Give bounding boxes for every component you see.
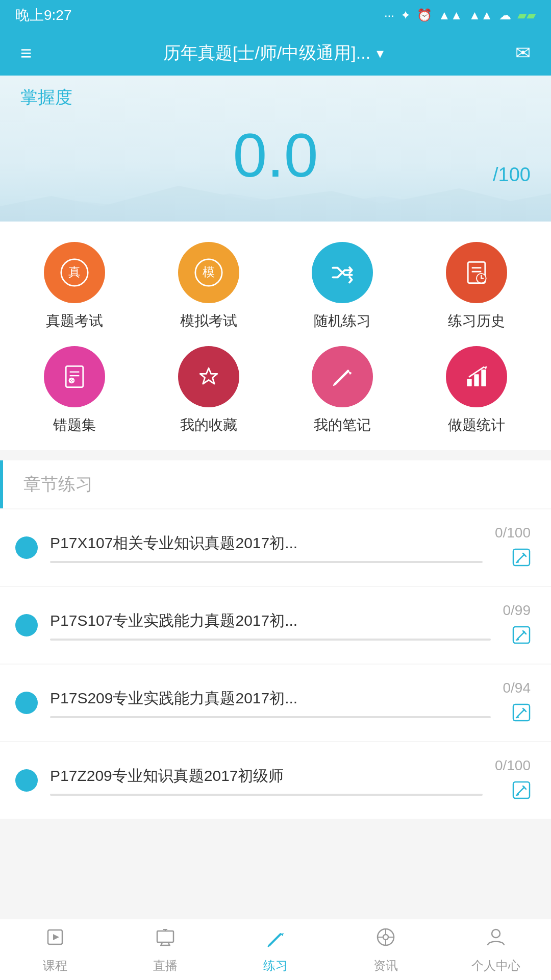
svg-line-27 [517,632,524,639]
list-item-title: P17S209专业实践能力真题2017初... [50,688,491,709]
profile-nav-icon [485,926,507,953]
mountain-background [0,181,551,222]
nav-item-news[interactable]: 资讯 [331,926,441,974]
chapter-header: 章节练习 [0,460,551,508]
alarm-icon: ⏰ [417,8,432,22]
list-item-item3[interactable]: P17S209专业实践能力真题2017初... 0/94 [0,665,551,741]
edit-icon[interactable] [512,626,531,648]
battery-icon: ▰▰ [517,8,536,22]
list-item-title: P17X107相关专业知识真题2017初... [50,533,483,554]
action-item-practice-history[interactable]: 练习历史 [412,242,541,331]
bottom-nav: 课程 直播 练习 资讯 个人中心 [0,919,551,980]
svg-line-46 [269,934,281,945]
svg-text:真: 真 [68,265,81,279]
list-progress-bar [50,794,483,796]
list-meta: 0/94 [503,680,531,726]
list-meta: 0/99 [503,602,531,648]
real-exam-label: 真题考试 [46,311,103,331]
nav-item-profile[interactable]: 个人中心 [441,926,551,974]
my-notes-label: 我的笔记 [314,415,371,435]
svg-rect-8 [66,366,83,387]
action-item-stats[interactable]: 做题统计 [412,346,541,435]
nav-item-live[interactable]: 直播 [110,926,220,974]
svg-line-31 [517,709,524,717]
chapter-title: 章节练习 [23,473,93,496]
action-item-error-collection[interactable]: 错题集 [10,346,139,435]
edit-icon[interactable] [512,548,531,571]
svg-text:模: 模 [203,265,215,279]
list-item-item1[interactable]: P17X107相关专业知识真题2017初... 0/100 [0,509,551,586]
svg-point-50 [383,935,388,940]
news-nav-icon [374,926,397,953]
list-meta: 0/100 [495,757,531,803]
action-item-random-practice[interactable]: 随机练习 [278,242,407,331]
action-item-my-notes[interactable]: 我的笔记 [278,346,407,435]
list-progress-bar [50,639,491,641]
svg-marker-14 [200,368,217,384]
error-collection-icon [44,346,105,407]
list-dot [15,614,38,636]
list-progress-bar [50,716,491,718]
bluetooth-icon: ✦ [400,8,411,22]
nav-item-practice[interactable]: 练习 [220,926,331,974]
practice-nav-icon [264,926,287,953]
header-title-text: 历年真题[士/师/中级通用]... [163,41,370,65]
nav-item-courses[interactable]: 课程 [0,926,110,974]
action-item-my-favorites[interactable]: 我的收藏 [144,346,273,435]
status-icons: ··· ✦ ⏰ ▲▲ ▲▲ ☁ ▰▰ [384,8,536,22]
live-nav-icon [154,926,177,953]
practice-history-label: 练习历史 [448,311,505,331]
mastery-label: 掌握度 [20,86,531,109]
app-header: ≡ 历年真题[士/师/中级通用]... ▾ ✉ [0,31,551,76]
list-dot [15,692,38,714]
list-count: 0/94 [503,680,531,696]
status-bar: 晚上9:27 ··· ✦ ⏰ ▲▲ ▲▲ ☁ ▰▰ [0,0,551,31]
list-item-title: P17S107专业实践能力真题2017初... [50,610,491,631]
svg-marker-39 [53,934,59,940]
edit-icon[interactable] [512,703,531,726]
list-content: P17S107专业实践能力真题2017初... [50,610,491,641]
action-item-mock-exam[interactable]: 模 模拟考试 [144,242,273,331]
list-meta: 0/100 [495,525,531,571]
svg-line-15 [335,371,348,384]
list-count: 0/100 [495,757,531,774]
svg-rect-40 [157,931,173,942]
svg-line-29 [516,640,518,640]
edit-icon[interactable] [512,781,531,803]
list-count: 0/100 [495,525,531,541]
news-nav-label: 资讯 [373,958,398,974]
list-dot [15,536,38,559]
action-grid: 真 真题考试 模 模拟考试 随机练习 练习历史 错题集 我的收藏 我的笔记 [0,222,551,450]
list-progress-bar [50,561,483,563]
svg-line-25 [516,562,518,562]
courses-nav-label: 课程 [43,958,67,974]
signal1-icon: ▲▲ [438,8,463,22]
stats-label: 做题统计 [448,415,505,435]
signal2-icon: ▲▲ [468,8,493,22]
list-item-item4[interactable]: P17Z209专业知识真题2017初级师 0/100 [0,742,551,819]
mail-button[interactable]: ✉ [515,42,531,64]
svg-line-35 [517,787,524,794]
profile-nav-label: 个人中心 [471,958,520,974]
list-item-title: P17Z209专业知识真题2017初级师 [50,766,483,787]
list-content: P17X107相关专业知识真题2017初... [50,533,483,563]
stats-icon [446,346,507,407]
menu-button[interactable]: ≡ [20,42,32,64]
svg-line-17 [334,384,335,385]
list-item-item2[interactable]: P17S107专业实践能力真题2017初... 0/99 [0,587,551,664]
list-container: P17X107相关专业知识真题2017初... 0/100 P17S107专业实… [0,509,551,819]
svg-line-37 [516,795,518,795]
list-content: P17S209专业实践能力真题2017初... [50,688,491,718]
mock-exam-icon: 模 [178,242,239,303]
header-title-container[interactable]: 历年真题[士/师/中级通用]... ▾ [163,41,384,65]
practice-nav-label: 练习 [263,958,288,974]
action-item-real-exam[interactable]: 真 真题考试 [10,242,139,331]
real-exam-icon: 真 [44,242,105,303]
list-content: P17Z209专业知识真题2017初级师 [50,766,483,796]
svg-line-48 [268,945,270,946]
courses-nav-icon [44,926,66,953]
my-favorites-icon [178,346,239,407]
random-practice-label: 随机练习 [314,311,371,331]
random-practice-icon [312,242,373,303]
svg-marker-16 [348,371,352,375]
